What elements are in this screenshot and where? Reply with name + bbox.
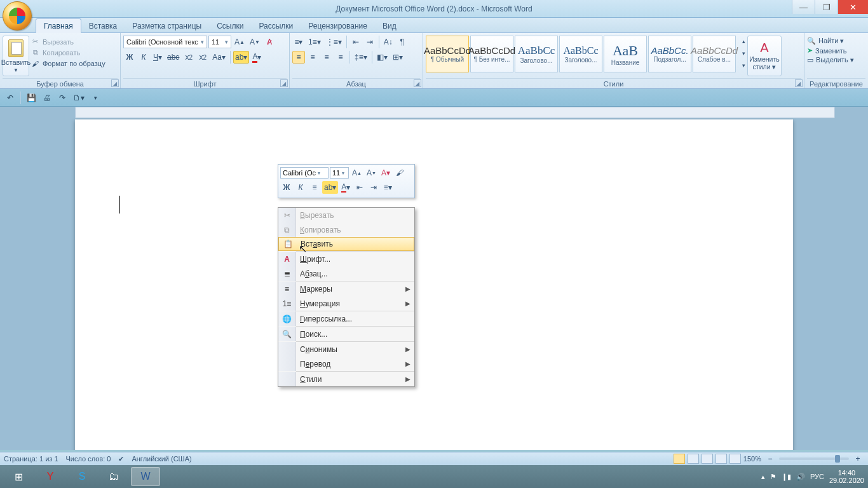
grow-font-button[interactable]: A▲ bbox=[233, 36, 247, 48]
office-button[interactable] bbox=[3, 1, 32, 30]
cm-paste[interactable]: 📋Вставить bbox=[278, 237, 414, 251]
font-dialog-launcher[interactable]: ◢ bbox=[280, 79, 288, 87]
styles-dialog-launcher[interactable]: ◢ bbox=[795, 79, 803, 87]
taskbar-word-icon[interactable]: W bbox=[131, 467, 160, 486]
tab-review[interactable]: Рецензирование bbox=[301, 19, 375, 32]
style-subtle-emphasis[interactable]: AaBbCcDdСлабое в... bbox=[693, 36, 736, 72]
paste-button[interactable]: Вставить ▼ bbox=[3, 36, 29, 76]
mini-size-combo[interactable]: 11▾ bbox=[330, 167, 349, 179]
superscript-button[interactable]: x2 bbox=[196, 51, 209, 64]
zoom-out-button[interactable]: − bbox=[764, 452, 776, 465]
cm-copy[interactable]: ⧉Копировать bbox=[278, 222, 414, 237]
taskbar-explorer-icon[interactable]: 🗂 bbox=[99, 467, 128, 486]
horizontal-ruler[interactable] bbox=[75, 107, 835, 118]
zoom-in-button[interactable]: + bbox=[851, 452, 864, 465]
cm-find[interactable]: 🔍Поиск... bbox=[278, 327, 414, 341]
font-size-combo[interactable]: 11▾ bbox=[208, 36, 231, 48]
clear-formatting-button[interactable]: A̷ bbox=[263, 36, 276, 48]
status-words[interactable]: Число слов: 0 bbox=[66, 455, 111, 463]
style-normal[interactable]: AaBbCcDd¶ Обычный bbox=[426, 36, 469, 72]
maximize-button[interactable]: ❐ bbox=[815, 0, 837, 14]
multilevel-button[interactable]: ⋮≡▾ bbox=[324, 36, 344, 48]
status-page[interactable]: Страница: 1 из 1 bbox=[4, 455, 58, 463]
mini-italic-button[interactable]: К bbox=[294, 181, 307, 194]
close-button[interactable]: ✕ bbox=[837, 0, 868, 14]
cm-font[interactable]: AШрифт... bbox=[278, 252, 414, 266]
tray-up-icon[interactable]: ▴ bbox=[761, 473, 765, 481]
tab-mailings[interactable]: Рассылки bbox=[251, 19, 301, 32]
cm-paragraph[interactable]: ≣Абзац... bbox=[278, 266, 414, 281]
style-title[interactable]: АаВНазвание bbox=[604, 36, 647, 72]
view-fullscreen-button[interactable] bbox=[688, 454, 699, 464]
mini-shrink-font-button[interactable]: A▼ bbox=[365, 166, 378, 179]
document-area[interactable] bbox=[0, 107, 868, 450]
font-family-combo[interactable]: Calibri (Основной текс▾ bbox=[123, 36, 207, 48]
zoom-slider[interactable] bbox=[779, 458, 849, 460]
status-language[interactable]: Английский (США) bbox=[132, 455, 191, 463]
zoom-thumb[interactable] bbox=[835, 455, 840, 463]
strikethrough-button[interactable]: abc bbox=[165, 51, 181, 64]
cut-button[interactable]: ✂Вырезать bbox=[31, 37, 105, 46]
status-spellcheck-icon[interactable]: ✔ bbox=[118, 455, 124, 463]
page[interactable] bbox=[75, 119, 793, 450]
clipboard-dialog-launcher[interactable]: ◢ bbox=[111, 79, 119, 87]
align-left-button[interactable]: ≡ bbox=[292, 51, 305, 64]
mini-bold-button[interactable]: Ж bbox=[280, 181, 293, 194]
cm-numbering[interactable]: 1≡Нумерация▶ bbox=[278, 296, 414, 311]
format-painter-button[interactable]: 🖌Формат по образцу bbox=[31, 58, 105, 68]
tray-clock[interactable]: 14:40 29.02.2020 bbox=[829, 469, 864, 484]
start-button[interactable]: ⊞ bbox=[4, 467, 33, 486]
qat-customize-button[interactable]: ▾ bbox=[89, 92, 102, 104]
qat-redo-button[interactable]: ↷ bbox=[56, 92, 69, 104]
shading-button[interactable]: ◧▾ bbox=[375, 51, 390, 64]
style-subtitle[interactable]: AaBbCc.Подзагол... bbox=[648, 36, 691, 72]
mini-increase-indent-button[interactable]: ⇥ bbox=[367, 181, 380, 194]
mini-format-painter-button[interactable]: 🖌 bbox=[393, 166, 406, 179]
taskbar-yandex-icon[interactable]: Y bbox=[36, 467, 65, 486]
shrink-font-button[interactable]: A▼ bbox=[248, 36, 262, 48]
cm-hyperlink[interactable]: 🌐Гиперссылка... bbox=[278, 311, 414, 326]
minimize-button[interactable]: — bbox=[792, 0, 815, 14]
mini-decrease-indent-button[interactable]: ⇤ bbox=[353, 181, 366, 194]
change-styles-button[interactable]: A Изменить стили ▾ bbox=[747, 36, 782, 76]
mini-grow-font-button[interactable]: A▲ bbox=[350, 166, 363, 179]
tray-action-icon[interactable]: ⚑ bbox=[770, 473, 776, 481]
increase-indent-button[interactable]: ⇥ bbox=[363, 36, 376, 48]
highlight-button[interactable]: ab▾ bbox=[233, 51, 249, 64]
qat-undo-button[interactable]: ↶ bbox=[4, 92, 17, 104]
bold-button[interactable]: Ж bbox=[123, 51, 136, 64]
paragraph-dialog-launcher[interactable]: ◢ bbox=[414, 79, 421, 87]
styles-gallery-scroll[interactable]: ▴ ▾ ▾ bbox=[737, 36, 746, 71]
cm-translate[interactable]: Перевод▶ bbox=[278, 356, 414, 371]
zoom-level[interactable]: 150% bbox=[743, 455, 761, 463]
line-spacing-button[interactable]: ‡≡▾ bbox=[353, 51, 369, 64]
tab-view[interactable]: Вид bbox=[375, 19, 404, 32]
view-draft-button[interactable] bbox=[729, 454, 741, 464]
cm-synonyms[interactable]: Синонимы▶ bbox=[278, 342, 414, 356]
qat-save-button[interactable]: 💾 bbox=[25, 92, 38, 104]
align-right-button[interactable]: ≡ bbox=[320, 51, 333, 64]
taskbar-skype-icon[interactable]: S bbox=[67, 467, 97, 486]
cm-styles[interactable]: Стили▶ bbox=[278, 372, 414, 386]
tab-home[interactable]: Главная bbox=[36, 18, 81, 33]
sort-button[interactable]: A↓ bbox=[382, 36, 395, 48]
tray-volume-icon[interactable]: 🔊 bbox=[796, 473, 805, 481]
underline-button[interactable]: Ч▾ bbox=[151, 51, 164, 64]
decrease-indent-button[interactable]: ⇤ bbox=[349, 36, 362, 48]
view-outline-button[interactable] bbox=[715, 454, 727, 464]
borders-button[interactable]: ⊞▾ bbox=[391, 51, 405, 64]
show-marks-button[interactable]: ¶ bbox=[396, 36, 409, 48]
align-center-button[interactable]: ≡ bbox=[306, 51, 319, 64]
mini-center-button[interactable]: ≡ bbox=[308, 181, 321, 194]
mini-font-color-button[interactable]: A▾ bbox=[339, 181, 352, 194]
numbering-button[interactable]: 1≡▾ bbox=[306, 36, 323, 48]
qat-print-preview-button[interactable]: 🖨 bbox=[41, 92, 53, 104]
mini-font-combo[interactable]: Calibri (Ос▾ bbox=[280, 167, 329, 179]
view-web-button[interactable] bbox=[702, 454, 713, 464]
style-heading2[interactable]: AaBbCcЗаголово... bbox=[559, 36, 602, 72]
mini-styles-button[interactable]: A▾ bbox=[379, 166, 392, 179]
cm-cut[interactable]: ✂Вырезать bbox=[278, 208, 414, 222]
view-print-layout-button[interactable] bbox=[674, 454, 685, 464]
font-color-button[interactable]: A▾ bbox=[250, 51, 263, 64]
qat-new-button[interactable]: 🗋▾ bbox=[71, 92, 86, 104]
